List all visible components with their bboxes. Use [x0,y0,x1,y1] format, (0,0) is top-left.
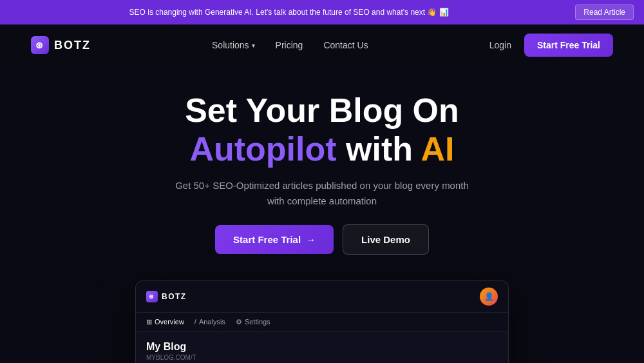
chevron-down-icon: ▾ [252,42,255,49]
dashboard-nav-overview[interactable]: ⊞ Overview [146,318,184,326]
logo-text: BOTZ [54,39,91,52]
hero-line1: Set Your Blog On [185,92,459,129]
blog-title: My Blog [146,341,498,353]
dashboard-content: My Blog MYBLOG.COM/T Hey Saurabh, Here's… [136,332,508,363]
dashboard-nav-settings[interactable]: ⚙ Settings [236,318,270,326]
nav-pricing[interactable]: Pricing [276,40,303,50]
banner-text: SEO is changing with Generative AI. Let'… [10,8,567,17]
dashboard-preview: ⊛ BOTZ 👤 ⊞ Overview / Analysis ⚙ Setting… [135,280,509,363]
nav-solutions[interactable]: Solutions ▾ [212,40,255,50]
hero-start-trial-button[interactable]: Start Free Trial → [215,225,334,254]
nav-start-trial-button[interactable]: Start Free Trial [524,34,613,57]
hero-heading: Set Your Blog On Autopilot with AI [13,92,631,169]
nav-links: Solutions ▾ Pricing Contact Us [212,39,368,51]
hero-section: Set Your Blog On Autopilot with AI Get 5… [0,66,644,268]
hero-buttons: Start Free Trial → Live Demo [13,224,631,255]
dashboard-logo-icon: ⊛ [146,291,158,302]
hero-line2-gold: AI [421,130,455,168]
blog-url: MYBLOG.COM/T [146,354,498,361]
logo-icon: ⊛ [31,36,49,54]
analysis-icon: / [194,318,196,326]
avatar: 👤 [480,288,498,306]
nav-actions: Login Start Free Trial [489,34,613,57]
top-banner: SEO is changing with Generative AI. Let'… [0,0,644,25]
dashboard-nav: ⊞ Overview / Analysis ⚙ Settings [136,313,508,332]
read-article-button[interactable]: Read Article [575,5,634,20]
nav-contact[interactable]: Contact Us [323,40,368,50]
dashboard-logo: ⊛ BOTZ [146,291,187,302]
nav-logo: ⊛ BOTZ [31,36,91,54]
navbar: ⊛ BOTZ Solutions ▾ Pricing Contact Us Lo… [0,25,644,66]
settings-icon: ⚙ [236,318,242,326]
hero-subtitle: Get 50+ SEO-Optimized articles published… [13,178,631,209]
hero-line2-mid: with [346,130,421,168]
arrow-icon: → [306,234,316,245]
login-link[interactable]: Login [489,40,511,50]
overview-icon: ⊞ [146,318,152,326]
dashboard-nav-analysis[interactable]: / Analysis [194,318,225,326]
hero-line2-purple: Autopilot [189,130,336,168]
dashboard-header: ⊛ BOTZ 👤 [136,281,508,313]
hero-live-demo-button[interactable]: Live Demo [343,224,429,255]
